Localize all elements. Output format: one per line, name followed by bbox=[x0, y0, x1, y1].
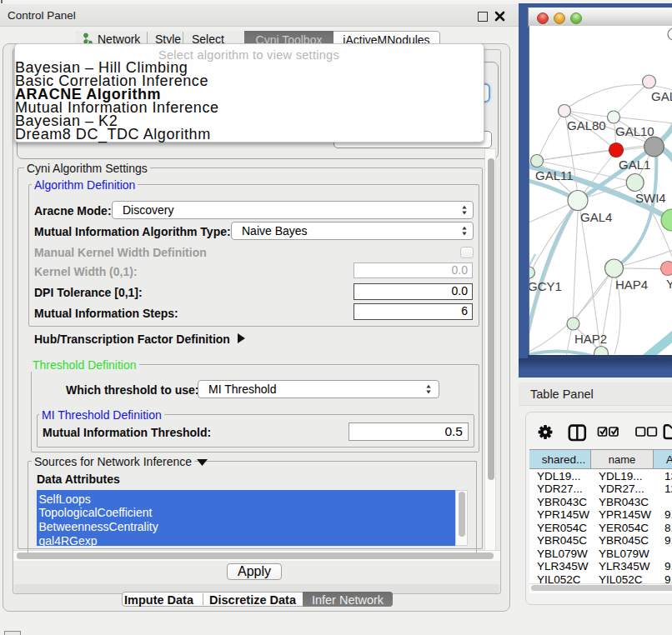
svg-text:GCY1: GCY1 bbox=[529, 279, 562, 293]
svg-text:HAP4: HAP4 bbox=[615, 278, 648, 292]
svg-text:GAL4: GAL4 bbox=[580, 210, 612, 224]
svg-text:GAL10: GAL10 bbox=[615, 124, 654, 138]
svg-text:GAL80: GAL80 bbox=[567, 118, 606, 132]
svg-text:HAP2: HAP2 bbox=[574, 332, 607, 346]
svg-text:SWI4: SWI4 bbox=[635, 191, 666, 205]
svg-text:GAL7: GAL7 bbox=[651, 89, 672, 103]
svg-text:GAL11: GAL11 bbox=[535, 168, 574, 182]
svg-text:Y: Y bbox=[666, 277, 672, 291]
svg-text:GAL1: GAL1 bbox=[619, 158, 650, 172]
